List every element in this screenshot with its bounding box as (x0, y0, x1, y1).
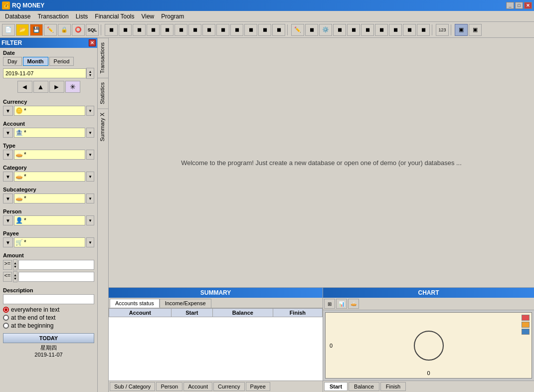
period-button[interactable]: Period (49, 57, 74, 66)
toolbar-gear[interactable]: ⚙️ (319, 24, 332, 36)
toolbar-t16[interactable]: ◼ (347, 24, 360, 36)
type-select[interactable]: 🥧 * (14, 150, 85, 160)
toolbar-lock[interactable]: 🔒 (58, 24, 71, 36)
toolbar-t3[interactable]: ◼ (133, 24, 146, 36)
toolbar-t13[interactable]: ◼ (272, 24, 285, 36)
chart-tab-start[interactable]: Start (324, 382, 348, 391)
toolbar-save[interactable]: 💾 (30, 24, 43, 36)
minimize-button[interactable]: _ (506, 2, 514, 9)
radio-everywhere[interactable]: everywhere in text (3, 306, 94, 313)
radio-beginning[interactable]: at the beginning (3, 322, 94, 329)
toolbar-edit[interactable]: ✏️ (44, 24, 57, 36)
toolbar-circle[interactable]: ⭕ (72, 24, 85, 36)
toolbar-layout2[interactable]: ▣ (469, 24, 482, 36)
toolbar-t21[interactable]: ◼ (417, 24, 430, 36)
menu-lists[interactable]: Lists (73, 12, 91, 21)
toolbar-t4[interactable]: ◼ (147, 24, 160, 36)
toolbar-t9[interactable]: ◼ (216, 24, 229, 36)
category-select[interactable]: 🥧 * (14, 172, 85, 182)
sum-tab-payee[interactable]: Payee (246, 382, 270, 391)
currency-dropdown[interactable]: ▼ (86, 106, 94, 116)
toolbar-open[interactable]: 📂 (16, 24, 29, 36)
nav-up[interactable]: ▲ (33, 81, 48, 93)
toolbar-t7[interactable]: ◼ (188, 24, 201, 36)
sum-tab-subcategory[interactable]: Sub / Category (110, 382, 155, 391)
sum-tab-currency[interactable]: Currency (213, 382, 245, 391)
person-select[interactable]: 👤 * (14, 215, 85, 225)
toolbar-t18[interactable]: ◼ (375, 24, 388, 36)
amount-input1[interactable] (18, 260, 94, 270)
date-input[interactable] (3, 68, 86, 78)
tab-income-expense[interactable]: Income/Expense (160, 299, 211, 308)
chart-grid-icon[interactable]: ⊞ (324, 299, 335, 309)
toolbar-t10[interactable]: ◼ (230, 24, 243, 36)
type-dropdown[interactable]: ▼ (86, 150, 94, 160)
maximize-button[interactable]: □ (515, 2, 523, 9)
menu-view[interactable]: View (138, 12, 157, 21)
tab-transactions[interactable]: Transactions (98, 38, 108, 78)
menu-program[interactable]: Program (158, 12, 187, 21)
type-filter-icon[interactable]: ▼ (3, 150, 13, 160)
toolbar-t19[interactable]: ◼ (389, 24, 402, 36)
category-dropdown[interactable]: ▼ (86, 172, 94, 182)
amount-op1[interactable]: >= (3, 260, 12, 270)
amount-op2[interactable]: <= (3, 272, 12, 282)
subcategory-dropdown[interactable]: ▼ (86, 194, 94, 203)
toolbar-num[interactable]: 123 (436, 24, 449, 36)
month-button[interactable]: Month (23, 57, 48, 66)
payee-dropdown[interactable]: ▼ (86, 237, 94, 247)
chart-pie-icon[interactable]: 🥧 (348, 299, 359, 309)
filter-close-button[interactable]: ✕ (89, 39, 96, 46)
toolbar-t5[interactable]: ◼ (161, 24, 174, 36)
account-select[interactable]: 🏦 * (14, 128, 85, 138)
close-button[interactable]: ✕ (524, 2, 532, 9)
nav-next[interactable]: ► (49, 81, 64, 93)
toolbar-t1[interactable]: ◼ (105, 24, 118, 36)
tab-accounts-status[interactable]: Accounts status (110, 299, 160, 308)
toolbar-t11[interactable]: ◼ (244, 24, 257, 36)
payee-filter-icon[interactable]: ▼ (3, 237, 13, 247)
amount-input2[interactable] (18, 272, 94, 282)
toolbar-pen[interactable]: ✏️ (291, 24, 304, 36)
currency-select[interactable]: 🪙 * (14, 106, 85, 116)
currency-filter-icon[interactable]: ▼ (3, 106, 13, 116)
payee-select[interactable]: 🛒 * (14, 237, 85, 247)
chart-bar-icon[interactable]: 📊 (336, 299, 347, 309)
tab-statistics[interactable]: Statistics (98, 78, 108, 108)
account-dropdown[interactable]: ▼ (86, 128, 94, 138)
nav-prev[interactable]: ◄ (17, 81, 32, 93)
radio-end[interactable]: at the end of text (3, 314, 94, 321)
menu-financial-tools[interactable]: Financial Tools (92, 12, 137, 21)
subcategory-select[interactable]: 🥧 * (14, 194, 85, 203)
nav-special[interactable]: ✳ (65, 81, 80, 93)
sum-tab-person[interactable]: Person (156, 382, 182, 391)
account-filter-icon[interactable]: ▼ (3, 128, 13, 138)
today-button[interactable]: TODAY (3, 333, 94, 343)
toolbar-t2[interactable]: ◼ (119, 24, 132, 36)
subcategory-filter-icon[interactable]: ▼ (3, 194, 13, 203)
menu-transaction[interactable]: Transaction (34, 12, 71, 21)
toolbar-t6[interactable]: ◼ (175, 24, 187, 36)
toolbar-t14[interactable]: ◼ (305, 24, 318, 36)
toolbar-new[interactable]: 📄 (2, 24, 15, 36)
description-input[interactable] (3, 294, 94, 304)
person-dropdown[interactable]: ▼ (86, 215, 94, 225)
toolbar-layout1[interactable]: ▣ (455, 24, 468, 36)
toolbar-sql[interactable]: SQL (86, 24, 99, 36)
toolbar-t20[interactable]: ◼ (403, 24, 416, 36)
sum-tab-account[interactable]: Account (183, 382, 212, 391)
tab-summary-x[interactable]: Summary X (98, 108, 108, 145)
toolbar-t12[interactable]: ◼ (258, 24, 271, 36)
chart-tab-finish[interactable]: Finish (380, 382, 406, 391)
toolbar-t17[interactable]: ◼ (361, 24, 374, 36)
person-filter-icon[interactable]: ▼ (3, 215, 13, 225)
toolbar-t8[interactable]: ◼ (202, 24, 215, 36)
day-button[interactable]: Day (3, 57, 22, 66)
chart-tab-balance[interactable]: Balance (349, 382, 379, 391)
amount-spin2[interactable]: ▲ ▼ (13, 271, 17, 282)
menu-database[interactable]: Database (2, 12, 33, 21)
date-spin[interactable]: ▲ ▼ (86, 68, 94, 79)
category-filter-icon[interactable]: ▼ (3, 172, 13, 182)
amount-spin1[interactable]: ▲ ▼ (13, 259, 17, 270)
toolbar-t15[interactable]: ◼ (333, 24, 346, 36)
